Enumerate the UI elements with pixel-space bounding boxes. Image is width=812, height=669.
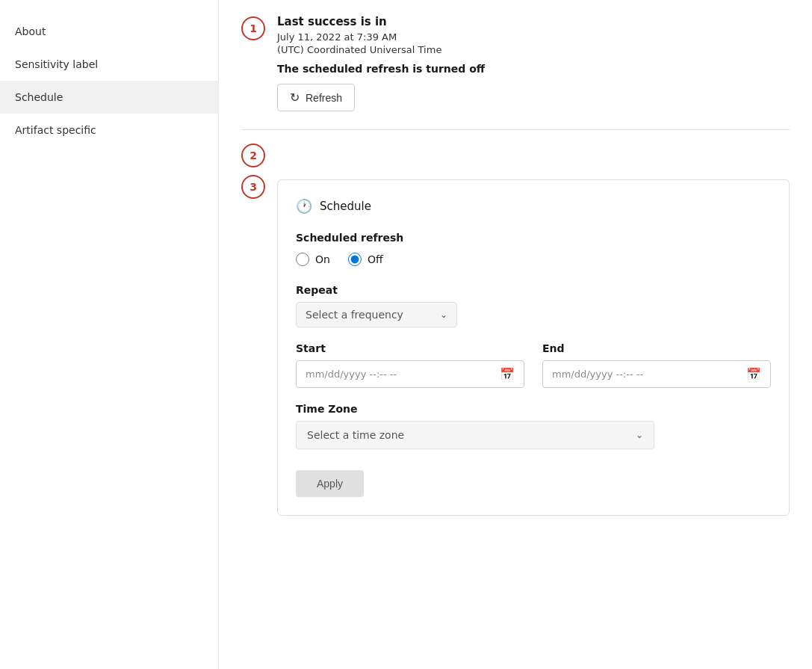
step-2-number: 2 xyxy=(241,144,265,167)
radio-off-option[interactable]: Off xyxy=(348,253,383,266)
refresh-radio-group: On Off xyxy=(296,253,771,266)
end-label: End xyxy=(542,342,771,354)
date-row: Start mm/dd/yyyy --:-- -- 📅 End mm/dd/yy… xyxy=(296,342,771,388)
refresh-status-text: The scheduled refresh is turned off xyxy=(277,63,790,75)
sidebar-item-artifact-specific[interactable]: Artifact specific xyxy=(0,114,218,147)
radio-off-input[interactable] xyxy=(348,253,362,266)
scheduled-refresh-group: Scheduled refresh On Off xyxy=(296,232,771,266)
step-3-section: 3 🕐 Schedule Scheduled refresh xyxy=(241,173,790,516)
end-input-wrapper[interactable]: mm/dd/yyyy --:-- -- 📅 xyxy=(542,360,771,388)
repeat-label: Repeat xyxy=(296,284,771,296)
refresh-button[interactable]: ↻ Refresh xyxy=(277,84,355,111)
step-2-section: 2 xyxy=(241,142,790,167)
calendar-icon-start: 📅 xyxy=(500,367,515,381)
chevron-down-icon: ⌄ xyxy=(440,309,447,320)
start-placeholder: mm/dd/yyyy --:-- -- xyxy=(306,369,397,380)
step-1-section: 1 Last success is in July 11, 2022 at 7:… xyxy=(241,15,790,111)
divider-1 xyxy=(241,129,790,130)
sidebar-item-about[interactable]: About xyxy=(0,15,218,48)
last-success-timezone: (UTC) Coordinated Universal Time xyxy=(277,44,790,55)
apply-button[interactable]: Apply xyxy=(296,470,364,497)
timezone-placeholder: Select a time zone xyxy=(307,429,404,441)
scheduled-refresh-label: Scheduled refresh xyxy=(296,232,771,244)
schedule-card-title: 🕐 Schedule xyxy=(296,198,771,214)
last-success-title: Last success is in xyxy=(277,15,790,28)
page-layout: About Sensitivity label Schedule Artifac… xyxy=(0,0,812,669)
sidebar: About Sensitivity label Schedule Artifac… xyxy=(0,0,219,669)
repeat-placeholder: Select a frequency xyxy=(306,309,403,321)
calendar-icon-end: 📅 xyxy=(746,367,761,381)
sidebar-item-schedule[interactable]: Schedule xyxy=(0,81,218,114)
timezone-dropdown[interactable]: Select a time zone ⌄ xyxy=(296,421,654,449)
schedule-title-label: Schedule xyxy=(320,200,371,213)
last-success-date: July 11, 2022 at 7:39 AM xyxy=(277,31,790,43)
radio-on-label: On xyxy=(315,253,330,265)
step-1-number: 1 xyxy=(241,16,265,40)
refresh-icon: ↻ xyxy=(290,90,300,105)
step-1-content: Last success is in July 11, 2022 at 7:39… xyxy=(277,15,790,111)
clock-icon: 🕐 xyxy=(296,198,312,214)
step-3-content: 🕐 Schedule Scheduled refresh On xyxy=(277,173,790,516)
chevron-down-icon-tz: ⌄ xyxy=(636,430,643,440)
start-input-wrapper[interactable]: mm/dd/yyyy --:-- -- 📅 xyxy=(296,360,524,388)
refresh-button-label: Refresh xyxy=(306,92,342,104)
start-label: Start xyxy=(296,342,524,354)
repeat-group: Repeat Select a frequency ⌄ xyxy=(296,284,771,327)
end-field: End mm/dd/yyyy --:-- -- 📅 xyxy=(542,342,771,388)
radio-off-label: Off xyxy=(368,253,383,265)
timezone-group: Time Zone Select a time zone ⌄ xyxy=(296,403,771,449)
sidebar-item-sensitivity-label[interactable]: Sensitivity label xyxy=(0,48,218,81)
end-placeholder: mm/dd/yyyy --:-- -- xyxy=(552,369,643,380)
radio-on-input[interactable] xyxy=(296,253,309,266)
step-3-number: 3 xyxy=(241,175,265,199)
step-2-content xyxy=(277,142,790,167)
radio-on-option[interactable]: On xyxy=(296,253,330,266)
timezone-label: Time Zone xyxy=(296,403,771,415)
schedule-card: 🕐 Schedule Scheduled refresh On xyxy=(277,179,790,516)
start-field: Start mm/dd/yyyy --:-- -- 📅 xyxy=(296,342,524,388)
repeat-dropdown[interactable]: Select a frequency ⌄ xyxy=(296,302,457,327)
main-content: 1 Last success is in July 11, 2022 at 7:… xyxy=(219,0,812,669)
